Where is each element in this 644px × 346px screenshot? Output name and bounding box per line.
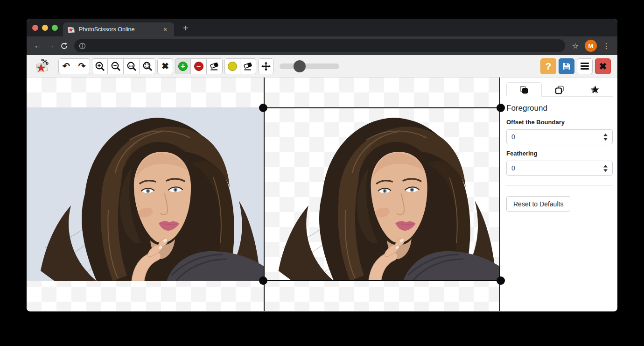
app-toolbar: ↶ ↷ xyxy=(27,55,617,78)
tab-title: PhotoScissors Online xyxy=(79,26,161,33)
profile-avatar[interactable]: M xyxy=(585,40,597,52)
reload-icon[interactable] xyxy=(57,39,70,52)
offset-boundary-label: Offset the Boundary xyxy=(506,119,613,126)
browser-menu-icon[interactable]: ⋮ xyxy=(600,39,613,52)
blur-eraser-button[interactable] xyxy=(240,58,256,74)
eraser-icon xyxy=(210,61,219,71)
photoscissors-logo xyxy=(35,59,49,74)
clear-markers-button[interactable]: ✖ xyxy=(157,58,173,74)
background-marker-icon: − xyxy=(194,62,203,71)
sidebar-divider xyxy=(506,185,613,186)
redo-button[interactable]: ↷ xyxy=(74,58,90,74)
save-button[interactable] xyxy=(559,58,574,74)
eraser-icon xyxy=(243,61,253,71)
help-icon: ? xyxy=(546,61,552,72)
undo-button[interactable]: ↶ xyxy=(58,58,74,74)
back-icon[interactable]: ← xyxy=(31,39,44,52)
close-window-button[interactable] xyxy=(32,25,38,31)
feathering-select[interactable]: 0 xyxy=(506,161,613,176)
clear-markers-icon: ✖ xyxy=(161,61,169,71)
zoom-fit-icon xyxy=(142,61,153,71)
star-icon xyxy=(589,84,601,95)
layers-outline-icon xyxy=(554,85,565,95)
undo-icon: ↶ xyxy=(63,61,70,71)
history-group: ↶ ↷ xyxy=(58,58,90,74)
maximize-window-button[interactable] xyxy=(52,25,58,31)
brush-size-slider-knob[interactable] xyxy=(294,60,306,72)
zoom-in-icon xyxy=(95,61,105,71)
zoom-group: 1:1 xyxy=(92,58,155,74)
offset-boundary-value: 0 xyxy=(511,133,515,141)
save-floppy-icon xyxy=(562,62,571,71)
close-image-button[interactable]: ✖ xyxy=(595,58,611,74)
zoom-out-button[interactable] xyxy=(108,58,124,74)
close-image-icon: ✖ xyxy=(599,61,607,72)
sidebar-tabs xyxy=(506,82,613,97)
zoom-actual-icon: 1:1 xyxy=(126,61,137,71)
new-tab-button[interactable]: + xyxy=(180,22,192,34)
browser-tab-strip: PhotoScissors Online × + xyxy=(27,19,617,36)
address-bar[interactable] xyxy=(74,39,565,52)
svg-text:1:1: 1:1 xyxy=(129,64,133,67)
boundary-handle-top-right[interactable] xyxy=(497,104,505,112)
help-button[interactable]: ? xyxy=(540,58,556,74)
settings-sidebar: Foreground Offset the Boundary 0 Feather… xyxy=(500,78,617,311)
workspace: Foreground Offset the Boundary 0 Feather… xyxy=(27,78,617,311)
browser-tab[interactable]: PhotoScissors Online × xyxy=(63,22,174,36)
offset-boundary-select[interactable]: 0 xyxy=(506,129,613,144)
move-tool-button[interactable] xyxy=(258,58,274,74)
window-controls xyxy=(32,25,58,31)
foreground-marker-icon: + xyxy=(178,62,188,71)
blur-marker-icon xyxy=(228,62,237,71)
browser-navbar: ← → ☆ M ⋮ xyxy=(27,36,617,55)
zoom-actual-button[interactable]: 1:1 xyxy=(124,58,140,74)
boundary-handle-bottom-right[interactable] xyxy=(497,276,505,285)
foreground-marker-button[interactable]: + xyxy=(175,58,191,74)
bookmark-star-icon[interactable]: ☆ xyxy=(569,39,582,52)
tab-layers[interactable] xyxy=(542,82,577,97)
zoom-in-button[interactable] xyxy=(92,58,108,74)
feathering-label: Feathering xyxy=(506,150,613,157)
forward-icon[interactable]: → xyxy=(44,39,57,52)
feathering-value: 0 xyxy=(511,164,515,172)
result-image-panel[interactable] xyxy=(264,78,500,311)
blur-marker-button[interactable] xyxy=(224,58,240,74)
move-icon xyxy=(261,62,271,71)
spinner-arrows-icon[interactable] xyxy=(603,165,608,172)
blur-group xyxy=(224,58,256,74)
favicon-photoscissors-icon xyxy=(68,26,75,33)
hamburger-icon xyxy=(581,63,589,64)
info-icon[interactable] xyxy=(79,42,86,49)
browser-window: PhotoScissors Online × + ← → ☆ M ⋮ xyxy=(27,19,617,311)
spinner-arrows-icon[interactable] xyxy=(603,134,608,141)
app-menu-button[interactable] xyxy=(577,58,593,74)
tab-close-icon[interactable]: × xyxy=(161,25,169,34)
panel-heading: Foreground xyxy=(506,104,613,113)
layers-filled-icon xyxy=(519,85,529,95)
zoom-fit-button[interactable] xyxy=(140,58,155,74)
background-marker-button[interactable]: − xyxy=(191,58,207,74)
original-portrait-image xyxy=(27,107,264,281)
boundary-handle-bottom-left[interactable] xyxy=(259,276,267,285)
original-image-panel[interactable] xyxy=(27,78,264,311)
marker-eraser-button[interactable] xyxy=(207,58,223,74)
reset-defaults-button[interactable]: Reset to Defaults xyxy=(506,196,570,212)
boundary-handle-top-left[interactable] xyxy=(259,104,267,112)
minimize-window-button[interactable] xyxy=(42,25,48,31)
tab-foreground[interactable] xyxy=(506,82,542,97)
marker-group: + − xyxy=(175,58,223,74)
boundary-box xyxy=(264,107,500,281)
redo-icon: ↷ xyxy=(78,61,86,71)
zoom-out-icon xyxy=(111,61,121,71)
tab-favorites[interactable] xyxy=(577,82,613,97)
brush-size-slider[interactable] xyxy=(280,64,339,69)
